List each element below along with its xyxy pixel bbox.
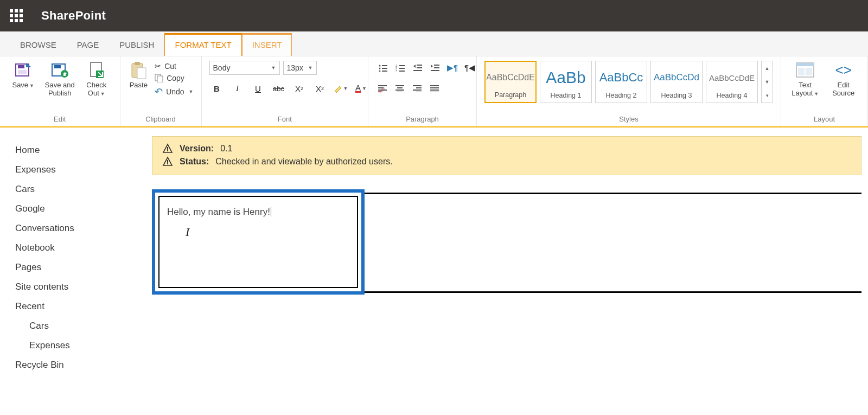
svg-rect-30 [431, 70, 439, 71]
svg-rect-45 [430, 90, 439, 91]
tab-page[interactable]: PAGE [67, 34, 110, 56]
align-right-button[interactable] [411, 81, 425, 95]
nav-home[interactable]: Home [15, 141, 152, 160]
svg-rect-2 [18, 70, 27, 74]
nav-notebook[interactable]: Notebook [15, 238, 152, 258]
save-publish-icon [50, 61, 69, 79]
subscript-button[interactable]: X2 [292, 81, 307, 95]
font-size-select[interactable]: 13px▼ [283, 61, 317, 75]
nav-site-contents[interactable]: Site contents [15, 277, 152, 297]
save-and-publish-button[interactable]: Save and Publish [44, 61, 76, 98]
style-heading-1[interactable]: AaBbHeading 1 [540, 61, 592, 103]
text-caret [271, 207, 271, 216]
tab-browse[interactable]: BROWSE [10, 34, 67, 56]
paste-button[interactable]: Paste [128, 61, 150, 90]
group-label-clipboard: Clipboard [126, 112, 196, 125]
highlight-button[interactable]: ▼ [333, 81, 348, 95]
app-name: SharePoint [41, 9, 106, 23]
style-heading-4[interactable]: AaBbCcDdEHeading 4 [706, 61, 758, 103]
outdent-button[interactable] [411, 61, 425, 75]
ltr-button[interactable]: ▶¶ [445, 61, 459, 75]
nav-expenses[interactable]: Expenses [15, 160, 152, 180]
edit-source-label: Edit Source [832, 81, 854, 98]
svg-rect-53 [167, 160, 168, 163]
rtl-button[interactable]: ¶◀ [463, 61, 477, 75]
svg-rect-14 [382, 65, 387, 66]
svg-rect-43 [430, 85, 439, 86]
nav-recent-expenses[interactable]: Expenses [15, 336, 152, 355]
strikethrough-button[interactable]: abc [271, 81, 286, 95]
align-center-button[interactable] [393, 81, 407, 95]
nav-pages[interactable]: Pages [15, 258, 152, 277]
svg-rect-54 [167, 163, 168, 164]
style-paragraph[interactable]: AaBbCcDdEParagraph [484, 61, 537, 103]
superscript-button[interactable]: X2 [312, 81, 328, 95]
undo-label: Undo [166, 87, 184, 96]
underline-button[interactable]: U [251, 81, 266, 95]
font-size-value: 13px [287, 63, 303, 72]
nav-recent[interactable]: Recent [15, 297, 152, 316]
paste-icon [129, 61, 148, 79]
font-name-select[interactable]: Body▼ [209, 61, 280, 75]
svg-text:3: 3 [395, 69, 397, 72]
svg-rect-22 [399, 68, 405, 69]
group-label-styles: Styles [482, 112, 775, 125]
copy-button[interactable]: Copy [155, 74, 193, 82]
save-button[interactable]: Save▼ [8, 61, 39, 90]
check-out-button[interactable]: Check Out▼ [81, 61, 112, 98]
status-label: Status: [180, 157, 209, 167]
svg-rect-51 [167, 147, 168, 150]
svg-rect-1 [18, 65, 24, 68]
indent-button[interactable] [428, 61, 442, 75]
app-launcher-icon[interactable] [10, 9, 23, 22]
tab-format-text[interactable]: FORMAT TEXT [164, 33, 241, 56]
style-heading-2[interactable]: AaBbCcHeading 2 [595, 61, 647, 103]
align-left-button[interactable] [376, 81, 390, 95]
rich-text-editor[interactable]: Hello, my name is Henry! I [152, 189, 365, 295]
svg-rect-50 [806, 68, 812, 75]
version-value: 0.1 [220, 144, 232, 154]
checkout-icon [87, 61, 106, 79]
text-cursor-icon: I [186, 225, 189, 239]
tab-insert[interactable]: INSERT [242, 33, 292, 56]
svg-rect-24 [399, 71, 405, 72]
page-layout-zone: Hello, my name is Henry! I [152, 189, 861, 293]
undo-button[interactable]: ↶ Undo▼ [155, 86, 193, 98]
svg-rect-18 [382, 71, 387, 72]
ribbon-group-paragraph: 123 ▶¶ ¶◀ Paragraph [368, 56, 477, 126]
svg-rect-40 [416, 87, 422, 88]
text-layout-button[interactable]: Text Layout▼ [789, 61, 822, 98]
edit-source-button[interactable]: <> Edit Source [827, 61, 860, 98]
paste-label: Paste [130, 81, 148, 90]
svg-rect-33 [378, 90, 387, 91]
nav-recent-cars[interactable]: Cars [15, 316, 152, 336]
svg-rect-20 [399, 65, 405, 66]
font-name-value: Body [213, 63, 231, 72]
copy-label: Copy [167, 74, 184, 82]
italic-button[interactable]: I [230, 81, 245, 95]
warning-icon [162, 143, 173, 154]
ribbon-group-edit: Save▼ Save and Publish Check Out▼ Edit [0, 56, 120, 126]
numbering-button[interactable]: 123 [393, 61, 407, 75]
bold-button[interactable]: B [209, 81, 225, 95]
cut-button[interactable]: ✂Cut [155, 62, 193, 71]
svg-rect-12 [157, 76, 163, 82]
nav-conversations[interactable]: Conversations [15, 219, 152, 238]
styles-gallery-more[interactable]: ▲▼▾ [761, 61, 773, 103]
styles-gallery: AaBbCcDdEParagraphAaBbHeading 1AaBbCcHea… [484, 61, 773, 103]
version-label: Version: [180, 144, 214, 154]
quick-launch-nav: HomeExpensesCarsGoogleConversationsNoteb… [0, 127, 152, 375]
copy-icon [155, 74, 163, 82]
nav-recycle-bin[interactable]: Recycle Bin [15, 355, 152, 375]
bullets-button[interactable] [376, 61, 390, 75]
nav-google[interactable]: Google [15, 199, 152, 219]
edit-source-icon: <> [834, 61, 853, 79]
align-justify-button[interactable] [428, 81, 442, 95]
nav-cars[interactable]: Cars [15, 180, 152, 199]
font-color-button[interactable]: A▼ [354, 81, 369, 95]
cut-icon: ✂ [155, 62, 161, 71]
svg-rect-25 [417, 65, 422, 66]
style-heading-3[interactable]: AaBbCcDdHeading 3 [650, 61, 703, 103]
tab-publish[interactable]: PUBLISH [109, 34, 164, 56]
ribbon-group-layout: Text Layout▼ <> Edit Source Layout [781, 56, 868, 126]
